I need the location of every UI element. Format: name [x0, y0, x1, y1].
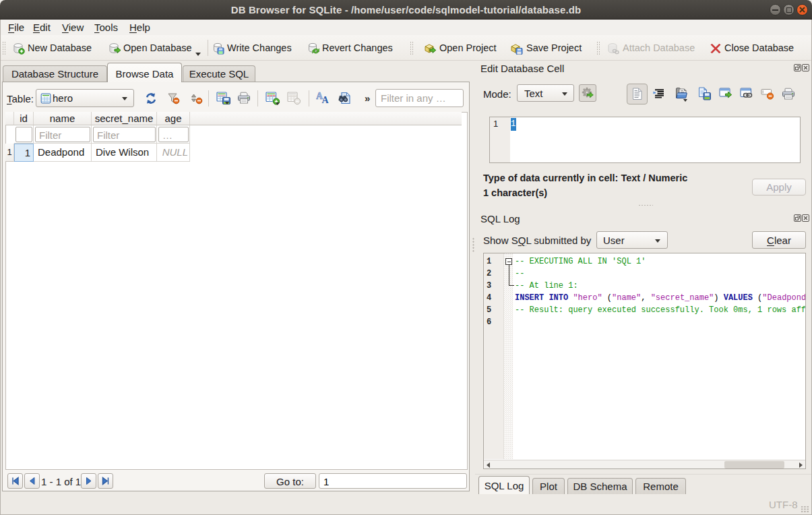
- svg-text:A: A: [322, 95, 330, 104]
